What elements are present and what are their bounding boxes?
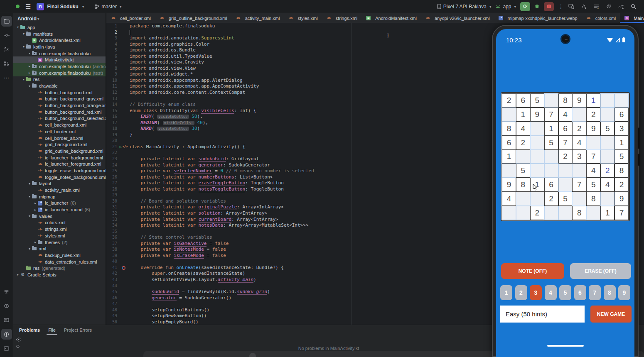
chevron-right-icon[interactable]: ▸ xyxy=(33,240,37,244)
editor-tab[interactable]: mipmap-xxxhdpi\ic_launcher.webp xyxy=(494,13,582,23)
sudoku-cell[interactable] xyxy=(600,136,615,150)
sudoku-cell[interactable]: 7 xyxy=(586,150,600,164)
tree-item[interactable]: ▸com.example.finalsoduku(androidTest) xyxy=(13,63,106,70)
sudoku-cell[interactable] xyxy=(530,150,544,164)
chevron-down-icon[interactable]: ▾ xyxy=(22,32,26,36)
tree-item[interactable]: </>cell_border_alt.xml xyxy=(13,135,106,142)
sudoku-cell[interactable]: 9 xyxy=(586,122,600,136)
sudoku-cell[interactable] xyxy=(572,192,586,206)
note-toggle-button[interactable]: NOTE (OFF) xyxy=(501,263,564,279)
tree-item[interactable]: KMainActivity.kt xyxy=(13,56,106,63)
tree-item[interactable]: </>toggle_notes_background.xml xyxy=(13,174,106,181)
device-selector[interactable]: Pixel 7 API Baklava ▾ xyxy=(437,4,492,10)
sudoku-cell[interactable]: 5 xyxy=(615,150,629,164)
tree-item[interactable]: ▾mipmap xyxy=(13,193,106,200)
tree-item[interactable]: </>button_background_red.xml xyxy=(13,109,106,115)
sudoku-cell[interactable]: 2 xyxy=(544,192,558,206)
sudoku-cell[interactable] xyxy=(516,192,530,206)
search-everywhere-icon[interactable] xyxy=(631,4,639,9)
tree-item[interactable]: </>button_background_selected.xml xyxy=(13,115,106,122)
new-game-button[interactable]: NEW GAME xyxy=(590,306,632,323)
sudoku-cell[interactable] xyxy=(600,93,615,108)
tree-item[interactable]: ▾kotlin+java xyxy=(13,44,106,50)
tree-item[interactable]: </>toggle_erase_background.xml xyxy=(13,167,106,174)
tree-item[interactable]: ▸⚙Gradle Scripts xyxy=(13,271,106,278)
chevron-right-icon[interactable]: ▸ xyxy=(27,71,32,75)
sudoku-cell[interactable] xyxy=(572,108,586,122)
sudoku-cell[interactable]: 1 xyxy=(615,136,629,150)
sudoku-cell[interactable] xyxy=(544,150,558,164)
editor-tab[interactable]: </>styles.xml xyxy=(284,13,322,23)
tree-item[interactable]: </>grid_outline_background.xml xyxy=(13,148,106,154)
sudoku-cell[interactable]: 8 xyxy=(502,122,516,136)
editor-tab[interactable]: </>cell_border.xml xyxy=(106,13,155,23)
project-selector[interactable]: FI Final Soduku ▾ xyxy=(37,3,84,10)
tree-item[interactable]: res(generated) xyxy=(13,265,106,271)
sudoku-cell[interactable] xyxy=(600,150,615,164)
tree-item[interactable]: </>ic_launcher_foreground.xml xyxy=(13,161,106,167)
sudoku-cell[interactable]: 4 xyxy=(572,136,586,150)
sudoku-cell[interactable]: 2 xyxy=(516,136,530,150)
tree-item[interactable]: </>cell_background.xml xyxy=(13,122,106,128)
tree-item[interactable]: ▸ic_launcher(6) xyxy=(13,200,106,207)
sudoku-cell[interactable]: 9 xyxy=(502,178,516,192)
tree-item[interactable]: </>cell_border.xml xyxy=(13,128,106,135)
app-inspection-tool-button[interactable] xyxy=(1,301,12,311)
commit-tool-button[interactable] xyxy=(1,30,12,41)
running-devices-icon[interactable] xyxy=(581,4,589,9)
tree-item[interactable]: ▸ic_launcher_round(6) xyxy=(13,206,106,213)
sudoku-board[interactable]: 2658911974268416295362574112375542898167… xyxy=(501,92,630,221)
filter-view-icon[interactable] xyxy=(16,337,22,342)
sudoku-cell[interactable]: 4 xyxy=(600,178,615,192)
sudoku-cell[interactable]: 6 xyxy=(516,93,530,108)
sudoku-cell[interactable]: 4 xyxy=(516,122,530,136)
tree-item[interactable]: ▾layout xyxy=(13,181,106,187)
sudoku-cell[interactable] xyxy=(586,206,600,220)
logcat-tool-button[interactable] xyxy=(1,315,12,325)
stop-button[interactable] xyxy=(544,2,554,11)
tree-item[interactable]: ▾drawable xyxy=(13,83,106,89)
tree-item[interactable]: </>data_extraction_rules.xml xyxy=(13,259,106,265)
sudoku-cell[interactable] xyxy=(530,122,544,136)
sudoku-cell[interactable] xyxy=(558,178,573,192)
sudoku-cell[interactable]: 9 xyxy=(572,93,586,108)
sudoku-cell[interactable]: 7 xyxy=(558,136,573,150)
sudoku-cell[interactable] xyxy=(615,93,629,108)
editor-tab[interactable]: ▣AndroidManifest.xml xyxy=(361,13,421,23)
tree-item[interactable]: ▾app xyxy=(13,24,106,31)
tree-item[interactable]: </>styles.xml xyxy=(13,232,106,239)
number-button-1[interactable]: 1 xyxy=(500,285,512,300)
tree-item[interactable]: </>ic_launcher_background.xml xyxy=(13,154,106,161)
tree-item[interactable]: ▾com.example.finalsoduku xyxy=(13,50,106,57)
sudoku-cell[interactable]: 2 xyxy=(502,93,516,108)
sudoku-cell[interactable]: 2 xyxy=(572,122,586,136)
sudoku-cell[interactable] xyxy=(586,136,600,150)
chevron-down-icon[interactable]: ▾ xyxy=(16,25,20,29)
number-button-7[interactable]: 7 xyxy=(589,285,601,300)
problems-tool-button[interactable] xyxy=(1,329,12,340)
sudoku-cell[interactable]: 8 xyxy=(615,164,629,178)
chevron-down-icon[interactable]: ▾ xyxy=(27,51,32,55)
sudoku-cell[interactable] xyxy=(530,164,544,178)
sudoku-cell[interactable]: 9 xyxy=(615,192,629,206)
sudoku-cell[interactable] xyxy=(544,93,558,108)
sudoku-cell[interactable] xyxy=(502,164,516,178)
tree-item[interactable]: </>strings.xml xyxy=(13,226,106,232)
chevron-down-icon[interactable]: ▾ xyxy=(27,214,32,218)
sudoku-cell[interactable]: 9 xyxy=(530,108,544,122)
sudoku-cell[interactable]: 7 xyxy=(544,108,558,122)
terminal-tool-button[interactable] xyxy=(1,343,12,354)
sudoku-cell[interactable]: 8 xyxy=(516,178,530,192)
rerun-button[interactable]: ⟳ xyxy=(520,2,530,11)
tree-item[interactable]: ▾xml xyxy=(13,245,106,252)
sudoku-cell[interactable]: 5 xyxy=(530,93,544,108)
tree-item[interactable]: </>activity_main.xml xyxy=(13,187,106,193)
problems-tab-file[interactable]: File xyxy=(48,325,56,335)
number-button-9[interactable]: 9 xyxy=(618,285,630,300)
sudoku-cell[interactable]: 5 xyxy=(558,192,573,206)
sudoku-cell[interactable] xyxy=(502,108,516,122)
tree-item[interactable]: </>button_background_gray.xml xyxy=(13,96,106,103)
sudoku-cell[interactable]: 5 xyxy=(516,164,530,178)
chevron-right-icon[interactable]: ▸ xyxy=(33,201,37,205)
sudoku-cell[interactable]: 2 xyxy=(615,178,629,192)
